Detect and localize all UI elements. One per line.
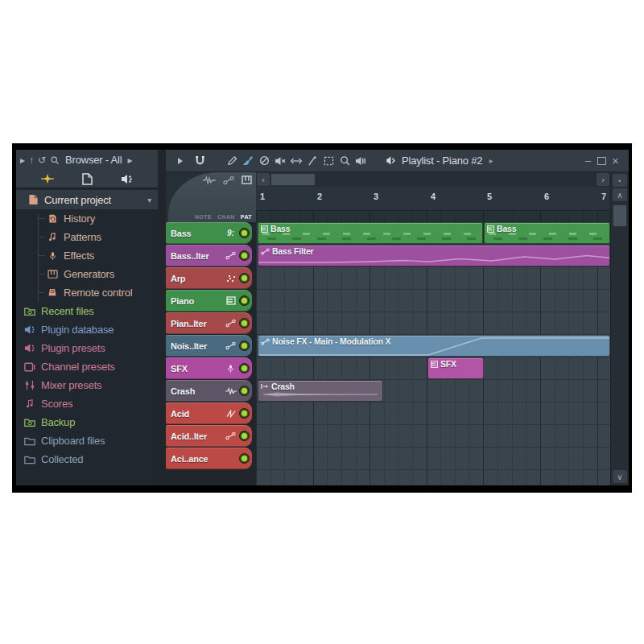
- browser-collapse-icon[interactable]: ▸: [20, 155, 25, 166]
- browser-item-history[interactable]: History: [16, 209, 158, 228]
- mute-icon[interactable]: [272, 154, 288, 168]
- browser-refresh-icon[interactable]: ↺: [38, 155, 46, 166]
- track-header-piano[interactable]: Piano: [166, 290, 252, 312]
- browser-item-patterns[interactable]: Patterns: [16, 228, 158, 246]
- paint-brush-icon[interactable]: [240, 154, 256, 168]
- horizontal-scroll-thumb[interactable]: [270, 173, 316, 186]
- automation-clip-noise-fx[interactable]: Noise FX - Main - Modulation X: [258, 335, 610, 357]
- playback-icon[interactable]: [353, 154, 369, 168]
- zoom-icon[interactable]: [336, 154, 353, 168]
- track-mute-led[interactable]: [239, 341, 250, 351]
- scroll-up-button[interactable]: ∧: [613, 188, 627, 201]
- track-header-bass-filter[interactable]: Bass..lter: [166, 245, 252, 266]
- close-button[interactable]: ×: [609, 155, 622, 167]
- snap-magnet-icon[interactable]: [192, 154, 208, 168]
- pattern-clip-bass-2[interactable]: Bass: [484, 222, 610, 244]
- browser-item-plugin-database[interactable]: Plugin database: [16, 320, 158, 339]
- browser-item-current-project[interactable]: Current project ▾: [16, 190, 158, 209]
- audio-clip-crash[interactable]: Crash: [258, 380, 383, 402]
- tree-item-label: Channel presets: [41, 361, 115, 373]
- tree-item-label: Mixer presets: [41, 379, 101, 391]
- track-mute-led[interactable]: [239, 295, 250, 306]
- search-icon[interactable]: [50, 155, 60, 165]
- track-mute-led[interactable]: [239, 453, 250, 464]
- track-mute-led[interactable]: [239, 318, 250, 328]
- tab-plugin-icon[interactable]: [121, 174, 133, 184]
- browser-item-recent-files[interactable]: Recent files: [16, 302, 158, 320]
- bar-number: 4: [431, 192, 436, 201]
- track-mute-led[interactable]: [239, 386, 250, 396]
- project-file-icon: [27, 194, 39, 205]
- track-header-acid[interactable]: Acid: [166, 402, 252, 424]
- pattern-tab-icon[interactable]: [242, 175, 252, 185]
- music-note-icon: [47, 232, 58, 243]
- browser-item-channel-presets[interactable]: Channel presets: [16, 357, 158, 376]
- track-header-noise-filter[interactable]: Nois..lter: [166, 335, 252, 357]
- browser-up-icon[interactable]: ↑: [29, 155, 34, 166]
- track-mute-led[interactable]: [239, 228, 250, 238]
- scroll-down-button[interactable]: ∨: [613, 470, 627, 483]
- bar-number: 7: [601, 192, 606, 201]
- browser-next-icon[interactable]: ▸: [127, 155, 132, 166]
- folder-icon: [24, 454, 35, 465]
- tab-file-icon[interactable]: [82, 173, 93, 185]
- browser-item-remote-control[interactable]: Remote control: [16, 283, 158, 302]
- mode-chan-label[interactable]: CHAN: [217, 214, 235, 220]
- track-header-acid-filter[interactable]: Acid..lter: [166, 425, 252, 447]
- browser-item-generators[interactable]: Generators: [16, 265, 158, 283]
- minimize-button[interactable]: –: [581, 155, 595, 167]
- tree-item-label: Scores: [41, 398, 72, 410]
- browser-item-backup[interactable]: Backup: [16, 413, 158, 431]
- track-header-sfx[interactable]: SFX: [166, 357, 252, 379]
- draw-pencil-icon[interactable]: [224, 154, 240, 168]
- slide-icon[interactable]: [288, 154, 304, 168]
- playlist-left-column: NOTE CHAN PAT Bass 9: Bass..lter Arp: [166, 172, 256, 485]
- track-header-piano-filter[interactable]: Pian..lter: [166, 312, 252, 334]
- vertical-scroll-thumb[interactable]: [613, 204, 627, 227]
- automation-tab-icon[interactable]: [223, 175, 234, 185]
- track-mute-led[interactable]: [239, 363, 250, 374]
- browser-item-collected[interactable]: Collected: [16, 450, 158, 469]
- track-mute-led[interactable]: [239, 408, 250, 419]
- track-mute-led[interactable]: [239, 250, 250, 261]
- mini-audio-icon: [261, 383, 269, 390]
- playlist-speaker-icon[interactable]: [382, 154, 398, 168]
- track-header-crash[interactable]: Crash: [166, 380, 252, 402]
- scroll-left-button[interactable]: ‹: [257, 173, 270, 186]
- slice-icon[interactable]: [304, 154, 320, 168]
- bar-number: 5: [487, 192, 492, 201]
- playlist-menu-arrow-icon[interactable]: [172, 154, 188, 168]
- mini-automation-icon: [261, 338, 270, 345]
- maximize-button[interactable]: [595, 155, 609, 167]
- browser-item-effects[interactable]: Effects: [16, 246, 158, 265]
- mode-note-label[interactable]: NOTE: [195, 214, 212, 220]
- select-icon[interactable]: [320, 154, 336, 168]
- pattern-clip-sfx[interactable]: SFX: [427, 357, 484, 379]
- playlist-grid[interactable]: Bass Bass Bass Filter Noise FX - Main - …: [256, 222, 610, 485]
- maximize-icon: [597, 157, 606, 165]
- chevron-down-icon[interactable]: ▾: [147, 196, 158, 204]
- mode-pat-label[interactable]: PAT: [241, 214, 252, 220]
- pattern-clip-bass-1[interactable]: Bass: [258, 222, 483, 244]
- vertical-scrollbar[interactable]: ▪ ∧ ∨: [610, 172, 629, 485]
- audio-track-tab-icon[interactable]: [203, 175, 216, 185]
- automation-icon: [224, 431, 237, 440]
- track-mute-led[interactable]: [239, 273, 250, 283]
- browser-item-mixer-presets[interactable]: Mixer presets: [16, 376, 158, 394]
- browser-item-clipboard-files[interactable]: Clipboard files: [16, 431, 158, 450]
- track-mute-led[interactable]: [239, 431, 250, 441]
- track-header-acid-distance[interactable]: Aci..ance: [166, 448, 252, 469]
- browser-item-plugin-presets[interactable]: Plugin presets: [16, 339, 158, 357]
- playlist-next-icon[interactable]: ▸: [486, 154, 496, 168]
- track-header-bass[interactable]: Bass 9:: [166, 222, 252, 244]
- track-header-arp[interactable]: Arp: [166, 267, 252, 289]
- browser-tabs: [16, 170, 158, 188]
- automation-clip-bass-filter[interactable]: Bass Filter: [258, 245, 610, 266]
- horizontal-scrollbar[interactable]: ‹ ›: [256, 172, 610, 187]
- tab-smart-find-icon[interactable]: [41, 173, 54, 184]
- delete-slip-icon[interactable]: [256, 154, 272, 168]
- scroll-right-button[interactable]: ›: [597, 173, 609, 186]
- timeline-ruler[interactable]: 1 2 3 4 5 6 7: [256, 187, 610, 211]
- scrollbar-corner-button[interactable]: ▪: [613, 174, 627, 187]
- browser-item-scores[interactable]: Scores: [16, 394, 158, 413]
